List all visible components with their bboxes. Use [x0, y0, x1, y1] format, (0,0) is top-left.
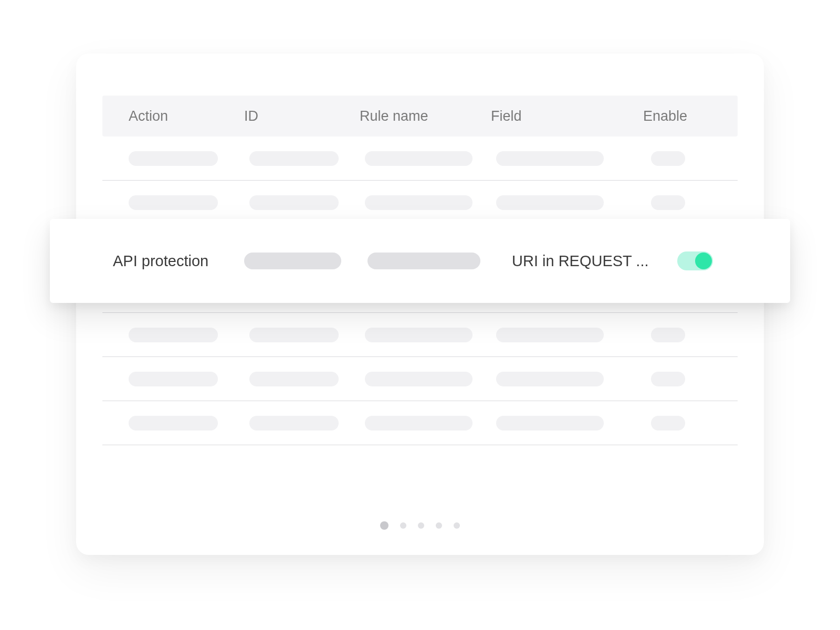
row-field-value: URI in REQUEST ...	[512, 253, 648, 270]
highlighted-row[interactable]: API protection URI in REQUEST ...	[50, 219, 790, 303]
table-row[interactable]	[102, 181, 738, 225]
skeleton-placeholder	[651, 372, 685, 386]
skeleton-placeholder	[496, 328, 604, 342]
skeleton-placeholder	[368, 253, 480, 269]
skeleton-placeholder	[129, 416, 218, 430]
skeleton-placeholder	[129, 328, 218, 342]
skeleton-placeholder	[496, 195, 604, 210]
skeleton-placeholder	[496, 416, 604, 430]
pagination-dot[interactable]	[418, 522, 424, 529]
pagination-dot[interactable]	[454, 522, 460, 529]
enable-toggle[interactable]	[677, 251, 713, 270]
column-header-field: Field	[491, 108, 643, 124]
skeleton-placeholder	[249, 372, 339, 386]
skeleton-placeholder	[249, 328, 339, 342]
column-header-id: ID	[244, 108, 360, 124]
table-row[interactable]	[102, 313, 738, 357]
skeleton-placeholder	[365, 372, 472, 386]
skeleton-placeholder	[365, 151, 472, 166]
table-row[interactable]	[102, 357, 738, 401]
pagination-dot[interactable]	[400, 522, 406, 529]
column-header-enable: Enable	[643, 108, 711, 124]
skeleton-placeholder	[496, 151, 604, 166]
skeleton-placeholder	[244, 253, 341, 269]
skeleton-placeholder	[651, 195, 685, 210]
column-header-action: Action	[129, 108, 244, 124]
toggle-knob	[695, 253, 712, 269]
skeleton-placeholder	[365, 416, 472, 430]
row-action-value: API protection	[113, 253, 244, 270]
skeleton-placeholder	[249, 195, 339, 210]
table-row[interactable]	[102, 136, 738, 181]
skeleton-placeholder	[651, 328, 685, 342]
pagination-dot[interactable]	[380, 521, 388, 530]
skeleton-placeholder	[129, 195, 218, 210]
rules-card: Action ID Rule name Field Enable	[76, 54, 764, 555]
skeleton-placeholder	[129, 151, 218, 166]
table-header: Action ID Rule name Field Enable	[102, 96, 738, 136]
skeleton-placeholder	[249, 416, 339, 430]
skeleton-placeholder	[365, 328, 472, 342]
pagination	[76, 522, 764, 530]
skeleton-placeholder	[129, 372, 218, 386]
skeleton-placeholder	[365, 195, 472, 210]
skeleton-placeholder	[496, 372, 604, 386]
skeleton-placeholder	[249, 151, 339, 166]
skeleton-placeholder	[651, 151, 685, 166]
pagination-dot[interactable]	[436, 522, 442, 529]
table-row[interactable]	[102, 401, 738, 445]
column-header-rule-name: Rule name	[360, 108, 491, 124]
skeleton-placeholder	[651, 416, 685, 430]
